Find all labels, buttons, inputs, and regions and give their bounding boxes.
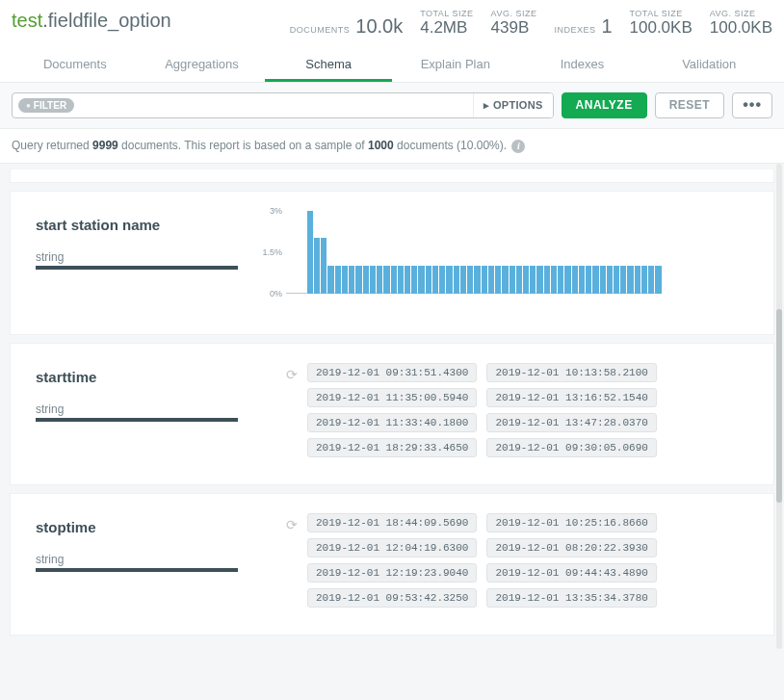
chart-bar[interactable] xyxy=(620,266,626,294)
value-chip[interactable]: 2019-12-01 13:35:34.3780 xyxy=(486,588,656,608)
value-chip[interactable]: 2019-12-01 11:35:00.5940 xyxy=(307,388,477,407)
chart-bar[interactable] xyxy=(467,266,473,294)
chart-bar[interactable] xyxy=(516,266,522,294)
value-chip[interactable]: 2019-12-01 12:19:23.9040 xyxy=(307,563,477,583)
more-button[interactable]: ••• xyxy=(732,92,772,118)
value-chip[interactable]: 2019-12-01 08:20:22.3930 xyxy=(486,538,656,557)
value-chip[interactable]: 2019-12-01 09:44:43.4890 xyxy=(486,563,656,583)
chart-bar[interactable] xyxy=(327,266,333,294)
chart-bar[interactable] xyxy=(349,266,354,294)
chart-bar[interactable] xyxy=(370,266,376,294)
chart-bar[interactable] xyxy=(411,266,417,294)
chart-bar[interactable] xyxy=(600,266,606,294)
scrollbar[interactable] xyxy=(776,164,782,649)
value-chip[interactable]: 2019-12-01 13:47:28.0370 xyxy=(486,413,656,432)
value-chip[interactable]: 2019-12-01 10:13:58.2100 xyxy=(486,363,656,382)
value-chip[interactable]: 2019-12-01 09:31:51.4300 xyxy=(307,363,477,382)
play-icon: ▸ xyxy=(483,99,489,112)
chart-bar[interactable] xyxy=(426,266,431,294)
type-bar xyxy=(36,266,238,270)
tab-validation[interactable]: Validation xyxy=(645,49,772,82)
chart-bar[interactable] xyxy=(398,266,404,294)
chart-bar[interactable] xyxy=(307,211,313,294)
chart-bar[interactable] xyxy=(586,266,591,294)
chart-bar[interactable] xyxy=(641,266,647,294)
filter-bar: FILTER ▸ OPTIONS xyxy=(12,92,554,118)
db-name: test xyxy=(12,10,42,31)
chart-bar[interactable] xyxy=(627,266,633,294)
value-chip[interactable]: 2019-12-01 09:53:42.3250 xyxy=(307,588,477,608)
chart-bar[interactable] xyxy=(460,266,466,294)
chart-bar[interactable] xyxy=(572,266,578,294)
chart-bar[interactable] xyxy=(488,266,494,294)
info-icon[interactable]: i xyxy=(511,140,525,153)
chart-bar[interactable] xyxy=(342,266,348,294)
chart-bar[interactable] xyxy=(502,266,508,294)
refresh-icon[interactable]: ⟳ xyxy=(286,367,298,382)
chart-bar[interactable] xyxy=(405,266,410,294)
chart-bar[interactable] xyxy=(564,266,570,294)
options-button[interactable]: ▸ OPTIONS xyxy=(473,93,553,117)
value-chip[interactable]: 2019-12-01 18:29:33.4650 xyxy=(307,438,477,457)
field-type: string xyxy=(36,553,257,566)
chart-bar[interactable] xyxy=(648,266,654,294)
chart-bar[interactable] xyxy=(655,266,661,294)
value-chip[interactable]: 2019-12-01 11:33:40.1800 xyxy=(307,413,477,432)
value-chip[interactable]: 2019-12-01 12:04:19.6300 xyxy=(307,538,477,557)
filter-pill: FILTER xyxy=(18,98,74,113)
chart-bar[interactable] xyxy=(551,266,557,294)
reset-button[interactable]: RESET xyxy=(655,92,725,118)
field-card: start station namestring3%1.5%0% xyxy=(10,191,774,335)
field-type: string xyxy=(36,250,257,264)
chart-bar[interactable] xyxy=(558,266,563,294)
chart-bar[interactable] xyxy=(321,238,327,293)
chart-bar[interactable] xyxy=(592,266,598,294)
chart-bar[interactable] xyxy=(454,266,459,294)
chart-bar[interactable] xyxy=(335,266,341,294)
type-bar xyxy=(36,568,238,572)
value-chip[interactable]: 2019-12-01 13:16:52.1540 xyxy=(486,388,656,407)
chart-bar[interactable] xyxy=(530,266,536,294)
chart-bar[interactable] xyxy=(635,266,640,294)
chart-bar[interactable] xyxy=(363,266,369,294)
chart-bar[interactable] xyxy=(391,266,397,294)
chart-bar[interactable] xyxy=(607,266,613,294)
field-card: stoptimestring⟳2019-12-01 18:44:09.56902… xyxy=(10,493,774,635)
collection-stats: DOCUMENTS 10.0k TOTAL SIZE 4.2MB AVG. SI… xyxy=(290,10,772,38)
chart-bar[interactable] xyxy=(355,266,361,294)
chart-bar[interactable] xyxy=(544,266,550,294)
chart-bar[interactable] xyxy=(523,266,529,294)
chart-bar[interactable] xyxy=(418,266,424,294)
chart-bar[interactable] xyxy=(482,266,487,294)
chart-bar[interactable] xyxy=(536,266,542,294)
distribution-chart[interactable]: 3%1.5%0% xyxy=(286,211,662,307)
chart-bar[interactable] xyxy=(432,266,438,294)
chart-bar[interactable] xyxy=(495,266,501,294)
refresh-icon[interactable]: ⟳ xyxy=(286,517,298,532)
collection-name: fieldfile_option xyxy=(48,10,171,31)
tab-aggregations[interactable]: Aggregations xyxy=(139,49,266,82)
filter-input[interactable] xyxy=(74,93,473,117)
value-chip[interactable]: 2019-12-01 09:30:05.0690 xyxy=(486,438,656,457)
type-bar xyxy=(36,418,238,422)
chart-bar[interactable] xyxy=(614,266,619,294)
chart-bar[interactable] xyxy=(383,266,389,294)
field-type: string xyxy=(36,402,257,416)
chart-bar[interactable] xyxy=(314,238,320,293)
value-chip[interactable]: 2019-12-01 10:25:16.8660 xyxy=(486,513,656,532)
tab-schema[interactable]: Schema xyxy=(265,49,392,82)
chart-bar[interactable] xyxy=(474,266,480,294)
namespace-title: test.fieldfile_option xyxy=(12,10,171,32)
field-name: stoptime xyxy=(36,519,257,535)
chart-bar[interactable] xyxy=(510,266,515,294)
tab-documents[interactable]: Documents xyxy=(12,49,139,82)
tab-indexes[interactable]: Indexes xyxy=(519,49,646,82)
chart-bar[interactable] xyxy=(579,266,585,294)
chart-bar[interactable] xyxy=(446,266,452,294)
chart-bar[interactable] xyxy=(377,266,382,294)
field-name: start station name xyxy=(36,217,257,233)
chart-bar[interactable] xyxy=(439,266,445,294)
value-chip[interactable]: 2019-12-01 18:44:09.5690 xyxy=(307,513,477,532)
analyze-button[interactable]: ANALYZE xyxy=(562,92,647,118)
tab-explain-plan[interactable]: Explain Plan xyxy=(392,49,519,82)
